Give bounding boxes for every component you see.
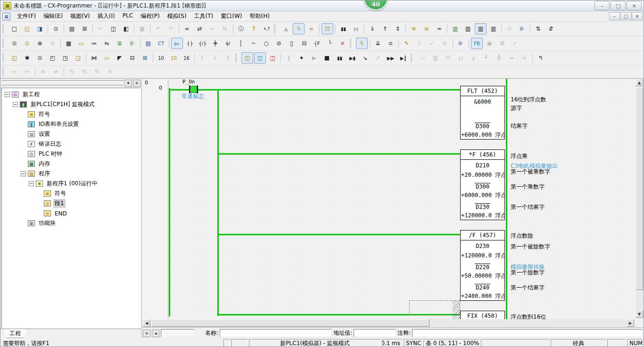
edit-bar-prev-icon[interactable]: ◂ [152,330,159,337]
scroll-down-icon[interactable]: ▼ [636,310,643,318]
new-or-contact-button[interactable]: ╪ [209,38,221,49]
force-cancel-button[interactable]: ⇕ [222,52,234,64]
zoom-normal-button[interactable]: ⊙ [8,38,20,49]
monitor-mode-button[interactable]: ⊡ [322,23,333,34]
stop-simulation-button[interactable]: ■ [321,52,333,64]
tree-expander[interactable]: − [5,92,10,97]
io-table-open-button[interactable]: ▥ [449,23,461,34]
close-button[interactable]: × [627,1,642,10]
monitor-io-bit-button[interactable]: ▭ [417,52,429,64]
force-off-button[interactable]: ⇩ [209,52,221,64]
child-minimize-button[interactable]: – [609,12,620,20]
new-closed-coil-button[interactable]: ⊘ [273,38,285,49]
open-project-button[interactable]: ◱ [21,23,33,34]
online-edit-begin-button[interactable]: ✎ [401,38,413,49]
tree-item-io-table-3[interactable]: ‖IO表和单元设置 [2,119,140,129]
save-project-button[interactable]: ◨ [34,23,46,34]
new-contact-button[interactable]: ┤├ [184,38,196,49]
flt-instruction[interactable]: FLT (452)&6000D300+6000.000 浮点 [460,86,505,140]
undo-button[interactable]: ↶ [152,23,164,34]
auto-online-button[interactable]: ∞ [305,23,317,34]
toggle-grid-button[interactable]: ▦ [63,38,74,49]
step-out-button[interactable]: ↗ [372,52,384,64]
io-comment-button[interactable]: ⇋ [101,38,113,49]
fb-check-button[interactable]: ✓ [509,38,521,49]
zoom-select-button[interactable]: ⊙ [21,38,33,49]
child-restore-button[interactable]: □ [620,12,631,20]
new-closed-instruction-button[interactable]: ⊟ [298,38,310,49]
monitor-reset-button[interactable]: ⊔ [455,52,467,64]
transfer-settings-button[interactable]: ⇅ [532,23,544,34]
rate-cancel-button[interactable]: × [104,66,116,77]
tree-item-section-11[interactable]: ◎段1 [2,198,140,208]
tree-item-memory-7[interactable]: ▦内存 [2,159,140,169]
copy-button[interactable]: ◫ [107,23,119,34]
delete-element-button[interactable]: × [337,38,348,49]
customize-tools-button[interactable]: ✱ [21,52,33,64]
rate-high-button[interactable]: % [91,66,103,77]
menu-item-4[interactable]: PLC [119,11,137,21]
new-connection-button[interactable]: └ [324,38,336,49]
print-button[interactable]: ▤ [66,23,78,34]
properties-button[interactable]: ⓘ [235,23,247,34]
tree-expander[interactable]: − [29,181,34,186]
scroll-up-icon[interactable]: ▲ [636,79,643,86]
cut-button[interactable]: ✂ [95,23,107,34]
data-monitor-button[interactable]: ▤ [142,38,154,49]
force-on-button[interactable]: ⇧ [197,52,208,64]
horizontal-scrollbar[interactable]: ◀ ▶ [142,319,635,327]
step-run-button[interactable]: ▶▮ [347,52,358,64]
online-edit-send-button[interactable]: ⇧ [413,38,425,49]
time-chart-monitor-button[interactable]: ⊪ [516,23,528,34]
compile-all-button[interactable]: ⇊ [372,38,384,49]
online-edit-ok-button[interactable]: ✓ [426,38,438,49]
differentiate-both-button[interactable]: ╬ [493,52,505,64]
online-edit-cancel-button[interactable]: ⊖ [439,38,451,49]
menu-item-7[interactable]: 工具(T) [190,11,217,21]
float-windows-button[interactable]: ◱ [8,52,20,64]
tree-item-section-12[interactable]: ◎END [2,208,140,218]
release-symbols-button[interactable]: ≂ [433,23,445,34]
menu-item-8[interactable]: 窗口(W) [217,11,246,21]
tab-project[interactable]: 工程 [2,329,28,338]
new-closed-contact-button[interactable]: ┤/├ [197,38,208,49]
edit-bar-close-icon[interactable]: × [143,330,150,337]
work-online-simulator-button[interactable]: ϟ [293,23,305,34]
return-jump-button[interactable]: ↰ [535,52,546,64]
section-list-button[interactable]: ≣ [114,38,125,49]
address-input[interactable] [354,329,396,337]
refresh-all-button[interactable]: ≐ [519,52,530,64]
zoom-in-button[interactable]: ⊕ [34,38,46,49]
memory-card-button[interactable]: ▥ [475,23,487,34]
monitor-cancel-button[interactable]: ◫ [267,52,279,64]
paste-button[interactable]: ◧ [120,23,132,34]
monitor-set-button[interactable]: ⊓ [442,52,454,64]
tree-item-symbol-table-10[interactable]: ≡符号 [2,189,140,198]
show-dialog-button[interactable]: ▲ [280,23,292,34]
menu-item-3[interactable]: 插入(I) [94,11,119,21]
program-check-button[interactable]: ≎ [385,38,396,49]
new-function-call-button[interactable]: ┤F [311,38,323,49]
menu-item-6[interactable]: 模拟(S) [164,11,190,21]
menu-item-1[interactable]: 编辑(E) [40,11,66,21]
comment-input[interactable] [412,329,643,337]
plc-settings-open-button[interactable]: ▥ [462,23,474,34]
ladder-canvas[interactable]: 0 0 P_On 常通标志 [142,79,635,319]
structure-view-button[interactable]: ⊪ [455,38,467,49]
tree-item-error-log-5[interactable]: ✗错误日志 [2,139,140,149]
align-list-button[interactable]: ≡ [37,66,49,77]
zoom-out-button[interactable]: ⊖ [47,38,58,49]
fb-delete-button[interactable]: ⊠ [496,38,508,49]
contact-symbol[interactable]: P_On [182,79,195,85]
binary-display-button[interactable]: ⊞ [139,52,151,64]
tree-item-symbol-table-2[interactable]: ≡符号 [2,109,140,119]
tree-item-plc-1[interactable]: −▮新PLC1[CP1H] 监视模式 [2,99,140,109]
retrace-button[interactable]: ⇆ [219,23,231,34]
new-project-button[interactable]: □ [8,23,20,34]
section-marker-button[interactable]: ◤ [114,52,125,64]
pause-sim-button[interactable]: ▮▮ [334,52,346,64]
name-input[interactable] [220,329,332,337]
new-or-closed-contact-button[interactable]: ╪/ [222,38,234,49]
workspace-close-icon[interactable]: × [133,80,140,87]
transfer-program-button[interactable]: ⇵ [545,23,557,34]
